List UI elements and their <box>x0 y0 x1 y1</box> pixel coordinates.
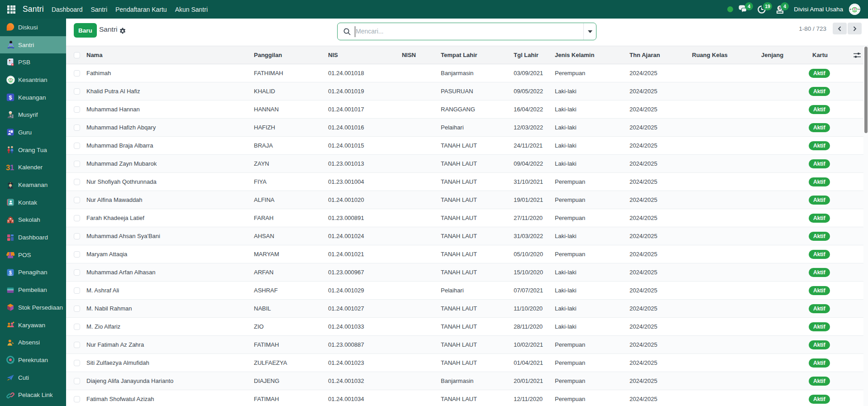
svg-text:$: $ <box>9 270 12 275</box>
svg-text:1: 1 <box>10 163 14 171</box>
svg-text:$: $ <box>9 95 12 101</box>
svg-text:3: 3 <box>6 163 10 171</box>
